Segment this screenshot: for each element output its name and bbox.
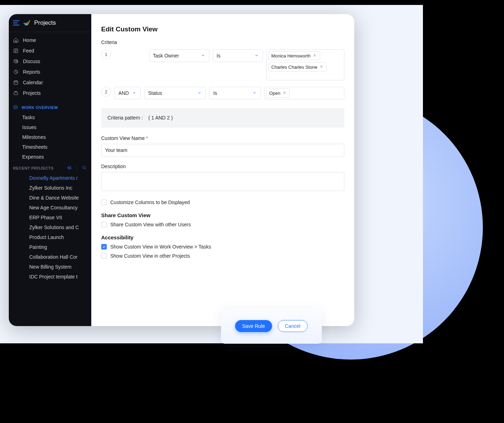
nav-projects[interactable]: Projects (9, 88, 91, 98)
section-label: RECENT PROJECTS (13, 166, 54, 170)
filter-icon[interactable] (67, 165, 72, 171)
share-with-users-label: Share Custom View with other Users (110, 222, 191, 227)
home-icon (13, 37, 19, 43)
custom-view-name-input[interactable] (101, 144, 344, 157)
select-value: Is (213, 90, 217, 96)
search-icon[interactable] (82, 165, 87, 171)
svg-point-6 (68, 167, 68, 168)
section-label: WORK OVERVIEW (21, 105, 58, 110)
chevron-down-icon (197, 90, 202, 96)
customize-columns-label: Customize Columns to be Displayed (110, 200, 190, 205)
main-panel: Edit Custom View Criteria 1 Task Owner I… (91, 14, 354, 326)
close-icon[interactable] (319, 65, 324, 70)
custom-view-name-label: Custom View Name * (101, 135, 344, 141)
show-in-other-row: Show Custom View in other Projects (101, 253, 344, 259)
close-icon[interactable] (313, 53, 317, 59)
nav-milestones[interactable]: Milestones (22, 132, 91, 142)
svg-rect-3 (14, 92, 18, 94)
chevron-down-icon (132, 90, 137, 96)
nav-reports[interactable]: Reports (9, 67, 91, 77)
recent-project-item[interactable]: Dine & Dance Website (17, 193, 91, 203)
recent-project-item[interactable]: IDC Project template t (17, 272, 91, 282)
tag-label: Monica Hemsworth (271, 53, 311, 59)
svg-point-7 (70, 168, 71, 169)
feed-icon (13, 48, 19, 54)
cancel-button[interactable]: Cancel (278, 320, 308, 332)
share-with-users-row: Share Custom View with other Users (101, 222, 344, 227)
save-rule-button[interactable]: Save Rule (235, 320, 272, 332)
criteria-field-select[interactable]: Task Owner (149, 49, 209, 62)
value-tag: Charles Charles Stone (268, 62, 327, 72)
recent-project-item[interactable]: Zylker Solutions Inc (17, 183, 91, 193)
recent-projects-header: RECENT PROJECTS (9, 162, 91, 173)
nav-label: Calendar (23, 80, 43, 85)
recent-project-item[interactable]: New Age Consultancy (17, 203, 91, 213)
chevron-down-icon (201, 53, 205, 59)
chevron-down-icon (254, 53, 259, 59)
description-group: Description (101, 164, 344, 192)
select-value: Status (148, 90, 162, 96)
value-tag: Monica Hemsworth (268, 51, 320, 60)
nav-calendar[interactable]: Calendar (9, 77, 91, 88)
share-with-users-checkbox[interactable] (101, 222, 107, 227)
tag-label: Charles Charles Stone (271, 65, 318, 70)
svg-rect-2 (14, 81, 18, 84)
show-in-tasks-checkbox[interactable] (101, 244, 107, 250)
recent-project-item[interactable]: Product Launch (17, 232, 91, 242)
collapse-icon (13, 105, 18, 110)
select-value: Task Owner (153, 53, 179, 59)
chevron-down-icon (252, 90, 257, 96)
close-icon[interactable] (282, 91, 287, 96)
criteria-connector-select[interactable]: AND (115, 87, 141, 99)
app-logo (23, 19, 31, 27)
recent-project-item[interactable]: Donnelly Apartments r (17, 173, 91, 183)
criteria-operator-select[interactable]: Is (213, 49, 263, 62)
show-in-tasks-label: Show Custom View in Work Overview > Task… (110, 244, 211, 250)
nav-home[interactable]: Home (9, 35, 91, 45)
customize-columns-checkbox[interactable] (101, 200, 107, 205)
show-in-tasks-row: Show Custom View in Work Overview > Task… (101, 244, 344, 250)
recent-project-item[interactable]: Collaboration Hall Cor (17, 252, 91, 262)
button-bar: Save Rule Cancel (221, 308, 322, 344)
criteria-row-1: 1 Task Owner Is Monica Hemsworth Charles… (101, 49, 344, 80)
recent-project-item[interactable]: Zylker Solutions and C (17, 222, 91, 232)
description-input[interactable] (101, 172, 344, 191)
nav-feed[interactable]: Feed (9, 45, 91, 56)
nav-label: Reports (23, 69, 40, 75)
recent-project-item[interactable]: New Billing System (17, 262, 91, 272)
svg-point-5 (70, 166, 71, 167)
criteria-pattern: Criteria pattern : ( 1 AND 2 ) (101, 108, 344, 128)
recent-project-item[interactable]: Painting (17, 242, 91, 252)
nav-issues[interactable]: Issues (22, 122, 91, 132)
criteria-field-select[interactable]: Status (144, 87, 206, 99)
nav-label: Home (23, 37, 36, 43)
show-in-other-checkbox[interactable] (101, 253, 107, 259)
pattern-label: Criteria pattern : (107, 115, 143, 121)
hamburger-icon[interactable] (13, 20, 19, 25)
app-title: Projects (34, 19, 56, 26)
criteria-value-box[interactable]: Open (264, 87, 344, 99)
discuss-icon (13, 59, 19, 64)
select-value: AND (118, 90, 129, 96)
criteria-operator-select[interactable]: Is (209, 87, 260, 99)
tag-label: Open (269, 91, 281, 96)
nav-label: Discuss (23, 59, 40, 64)
sidebar: Projects Home Feed Discuss Reports Calen… (9, 14, 91, 326)
svg-point-8 (83, 166, 85, 168)
recent-project-item[interactable]: ERP Phase VII (17, 213, 91, 222)
nav-discuss[interactable]: Discuss (9, 56, 91, 67)
criteria-label: Criteria (101, 39, 344, 45)
description-label: Description (101, 164, 344, 169)
nav-primary: Home Feed Discuss Reports Calendar Proje… (9, 32, 91, 101)
value-tag: Open (266, 88, 290, 98)
nav-label: Feed (23, 48, 34, 54)
nav-tasks[interactable]: Tasks (22, 112, 91, 122)
customize-columns-row: Customize Columns to be Displayed (101, 200, 344, 205)
recent-projects-items: Donnelly Apartments r Zylker Solutions I… (9, 173, 91, 282)
work-overview-header[interactable]: WORK OVERVIEW (9, 101, 91, 112)
nav-timesheets[interactable]: Timesheets (22, 142, 91, 152)
criteria-number: 2 (101, 87, 111, 97)
criteria-value-box[interactable]: Monica Hemsworth Charles Charles Stone (266, 49, 344, 80)
work-overview-items: Tasks Issues Milestones Timesheets Expen… (9, 112, 91, 162)
nav-expenses[interactable]: Expenses (22, 152, 91, 162)
